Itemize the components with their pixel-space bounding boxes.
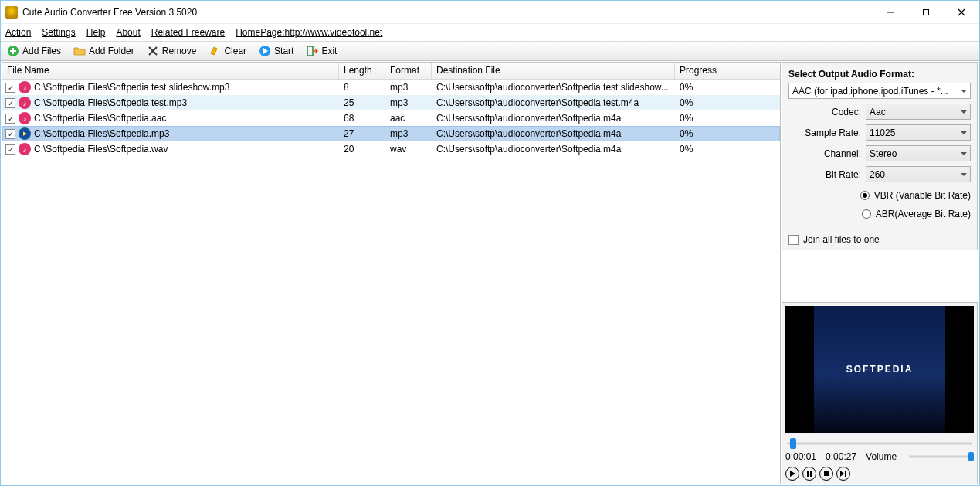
time-total: 0:00:27	[826, 451, 856, 462]
file-progress: 0%	[675, 128, 768, 139]
file-rows: ✓C:\Softpedia Files\Softpedia test slide…	[2, 80, 780, 157]
exit-icon	[306, 45, 318, 57]
join-files-checkbox[interactable]	[788, 235, 799, 245]
menu-about[interactable]: About	[116, 27, 140, 38]
svg-marker-16	[840, 471, 844, 477]
row-checkbox[interactable]: ✓	[5, 129, 15, 139]
column-file-name[interactable]: File Name	[2, 63, 339, 79]
folder-icon	[73, 45, 86, 57]
toolbar-label: Add Folder	[89, 46, 134, 56]
music-icon	[19, 112, 31, 124]
sample-rate-label: Sample Rate:	[788, 127, 866, 138]
table-row[interactable]: ✓C:\Softpedia Files\Softpedia.mp327mp3C:…	[2, 126, 780, 141]
column-format[interactable]: Format	[385, 63, 432, 79]
window-title: Cute Audio Converter Free Version 3.5020	[22, 7, 197, 18]
toolbar-label: Exit	[321, 46, 337, 56]
menu-related-freeware[interactable]: Related Freeware	[151, 27, 225, 38]
svg-rect-17	[845, 471, 846, 477]
playing-icon	[19, 127, 31, 140]
volume-slider[interactable]	[909, 451, 974, 462]
bitrate-dropdown[interactable]: 260	[866, 166, 971, 182]
toolbar-label: Start	[274, 46, 293, 56]
codec-dropdown[interactable]: Aac	[866, 104, 971, 120]
table-row[interactable]: ✓C:\Softpedia Files\Softpedia test slide…	[2, 80, 780, 95]
vbr-radio[interactable]	[860, 191, 870, 200]
toolbar-label: Remove	[162, 46, 197, 56]
channel-dropdown[interactable]: Stereo	[866, 145, 971, 161]
clear-icon	[209, 45, 221, 57]
file-progress: 0%	[675, 82, 768, 93]
window-controls	[873, 1, 979, 23]
output-format-dropdown[interactable]: AAC (for ipad,iphone,ipod,iTunes - *...	[788, 83, 971, 99]
file-length: 8	[339, 82, 385, 93]
file-length: 25	[339, 97, 385, 108]
maximize-button[interactable]	[908, 1, 944, 23]
volume-label: Volume	[866, 451, 897, 462]
file-progress: 0%	[675, 97, 768, 108]
exit-button[interactable]: Exit	[303, 44, 340, 58]
codec-label: Codec:	[788, 107, 866, 117]
svg-rect-13	[807, 471, 809, 477]
file-name: C:\Softpedia Files\Softpedia.aac	[34, 113, 166, 124]
file-destination: C:\Users\softp\audioconverter\Softpedia.…	[432, 128, 675, 139]
file-format: mp3	[385, 97, 432, 108]
toolbar: Add Files Add Folder Remove Clear Start …	[1, 41, 979, 61]
abr-radio[interactable]	[862, 209, 871, 219]
table-row[interactable]: ✓C:\Softpedia Files\Softpedia.wav20wavC:…	[2, 141, 780, 157]
file-destination: C:\Users\softp\audioconverter\Softpedia …	[432, 82, 675, 93]
row-checkbox[interactable]: ✓	[5, 83, 15, 93]
menu-action[interactable]: Action	[5, 27, 31, 38]
menubar: Action Settings Help About Related Freew…	[1, 24, 979, 41]
column-destination[interactable]: Destination File	[432, 63, 675, 79]
time-current: 0:00:01	[785, 451, 816, 462]
side-panel: Select Output Audio Format: AAC (for ipa…	[782, 62, 978, 484]
menu-homepage[interactable]: HomePage:http://www.videotool.net	[236, 27, 382, 38]
file-format: wav	[385, 144, 432, 155]
table-row[interactable]: ✓C:\Softpedia Files\Softpedia.aac68aacC:…	[2, 110, 780, 126]
vbr-label: VBR (Variable Bit Rate)	[874, 190, 971, 201]
next-button[interactable]	[836, 467, 850, 481]
column-length[interactable]: Length	[339, 63, 385, 79]
add-files-button[interactable]: Add Files	[4, 44, 64, 58]
preview-panel: SOFTPEDIA 0:00:01 0:00:27 Volume	[782, 302, 978, 484]
row-checkbox[interactable]: ✓	[5, 114, 15, 124]
start-button[interactable]: Start	[256, 44, 297, 58]
play-button[interactable]	[785, 467, 799, 481]
file-destination: C:\Users\softp\audioconverter\Softpedia …	[432, 97, 675, 108]
pause-button[interactable]	[802, 467, 816, 481]
minimize-button[interactable]	[873, 1, 908, 23]
column-progress[interactable]: Progress	[675, 63, 768, 79]
menu-settings[interactable]: Settings	[42, 27, 75, 38]
abr-label: ABR(Average Bit Rate)	[876, 209, 971, 219]
join-files-label: Join all files to one	[803, 234, 880, 245]
row-checkbox[interactable]: ✓	[5, 98, 15, 108]
join-files-row: Join all files to one	[782, 229, 978, 250]
clear-button[interactable]: Clear	[205, 44, 249, 58]
svg-rect-14	[810, 471, 812, 477]
remove-button[interactable]: Remove	[144, 44, 200, 58]
file-list-panel: File Name Length Format Destination File…	[2, 62, 781, 484]
music-icon	[19, 81, 31, 93]
sample-rate-dropdown[interactable]: 11025	[866, 124, 971, 141]
menu-help[interactable]: Help	[86, 27, 106, 38]
file-format: mp3	[385, 128, 432, 139]
music-icon	[19, 143, 31, 155]
stop-button[interactable]	[819, 467, 833, 481]
plus-icon	[7, 45, 19, 57]
output-format-group: Select Output Audio Format: AAC (for ipa…	[782, 62, 978, 229]
row-checkbox[interactable]: ✓	[5, 144, 15, 155]
channel-label: Channel:	[788, 148, 866, 159]
add-folder-button[interactable]: Add Folder	[70, 44, 137, 58]
seek-slider[interactable]	[785, 437, 974, 450]
file-length: 27	[339, 128, 385, 139]
column-headers: File Name Length Format Destination File…	[2, 63, 780, 80]
file-progress: 0%	[675, 113, 768, 124]
table-row[interactable]: ✓C:\Softpedia Files\Softpedia test.mp325…	[2, 95, 780, 110]
close-button[interactable]	[944, 1, 979, 23]
file-name: C:\Softpedia Files\Softpedia test.mp3	[34, 97, 187, 108]
file-length: 68	[339, 113, 385, 124]
preview-brand: SOFTPEDIA	[814, 306, 946, 433]
toolbar-label: Add Files	[22, 46, 61, 56]
file-format: mp3	[385, 82, 432, 93]
bitrate-label: Bit Rate:	[788, 169, 866, 180]
